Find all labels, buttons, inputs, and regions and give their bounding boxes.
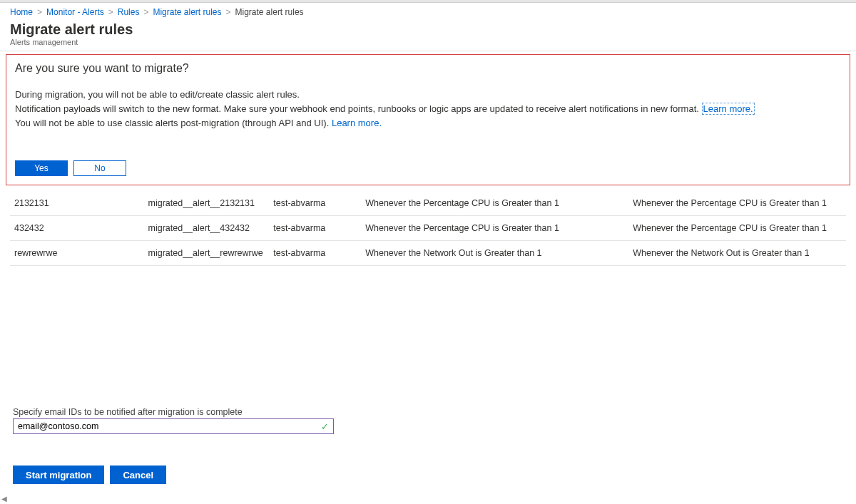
breadcrumb-home[interactable]: Home — [10, 7, 33, 17]
confirm-dialog: Are you sure you want to migrate? During… — [6, 54, 850, 185]
cell-classic-name: 2132131 — [10, 191, 144, 216]
cell-resource: test-abvarma — [269, 191, 361, 216]
confirm-line2: Notification payloads will switch to the… — [15, 103, 702, 114]
cell-condition-1: Whenever the Percentage CPU is Greater t… — [361, 216, 628, 241]
cell-resource: test-abvarma — [269, 241, 361, 266]
cell-classic-name: rewrewrwe — [10, 241, 144, 266]
confirm-buttons: Yes No — [15, 160, 841, 176]
cell-classic-name: 432432 — [10, 216, 144, 241]
no-button[interactable]: No — [73, 160, 126, 176]
scroll-left-icon[interactable]: ◀ — [1, 495, 7, 503]
cell-migrated-name: migrated__alert__432432 — [144, 216, 270, 241]
learn-more-link-2[interactable]: Learn more. — [332, 118, 382, 128]
confirm-line1: During migration, you will not be able t… — [15, 89, 300, 100]
divider — [0, 51, 856, 51]
rules-table: 2132131 migrated__alert__2132131 test-ab… — [10, 191, 846, 266]
table-row[interactable]: 2132131 migrated__alert__2132131 test-ab… — [10, 191, 846, 216]
bottom-area: Specify email IDs to be notified after m… — [13, 407, 843, 484]
breadcrumb-separator: > — [107, 7, 115, 17]
breadcrumb-separator: > — [225, 7, 233, 17]
cell-condition-1: Whenever the Percentage CPU is Greater t… — [361, 191, 628, 216]
confirm-title: Are you sure you want to migrate? — [15, 62, 841, 75]
email-label: Specify email IDs to be notified after m… — [13, 407, 843, 417]
breadcrumb: Home > Monitor - Alerts > Rules > Migrat… — [0, 3, 856, 19]
page-subtitle: Alerts management — [10, 38, 846, 46]
breadcrumb-separator: > — [36, 7, 44, 17]
cell-migrated-name: migrated__alert__2132131 — [144, 191, 270, 216]
breadcrumb-monitor-alerts[interactable]: Monitor - Alerts — [46, 7, 104, 17]
breadcrumb-migrate-alert-rules-link[interactable]: Migrate alert rules — [153, 7, 221, 17]
breadcrumb-rules[interactable]: Rules — [118, 7, 140, 17]
table-row[interactable]: 432432 migrated__alert__432432 test-abva… — [10, 216, 846, 241]
cell-resource: test-abvarma — [269, 216, 361, 241]
yes-button[interactable]: Yes — [15, 160, 68, 176]
cell-condition-2: Whenever the Percentage CPU is Greater t… — [628, 191, 846, 216]
cell-migrated-name: migrated__alert__rewrewrwe — [144, 241, 270, 266]
page-title: Migrate alert rules — [10, 21, 846, 38]
table-row[interactable]: rewrewrwe migrated__alert__rewrewrwe tes… — [10, 241, 846, 266]
cancel-button[interactable]: Cancel — [110, 466, 166, 484]
footer-buttons: Start migration Cancel — [13, 466, 843, 484]
cell-condition-2: Whenever the Network Out is Greater than… — [628, 241, 846, 266]
learn-more-link-1[interactable]: Learn more. — [702, 103, 755, 115]
cell-condition-2: Whenever the Percentage CPU is Greater t… — [628, 216, 846, 241]
start-migration-button[interactable]: Start migration — [13, 466, 104, 484]
email-input[interactable] — [14, 419, 317, 433]
check-icon: ✓ — [317, 421, 333, 432]
confirm-line3: You will not be able to use classic aler… — [15, 118, 332, 128]
confirm-body: During migration, you will not be able t… — [15, 88, 841, 130]
email-field-wrapper: ✓ — [13, 418, 334, 434]
breadcrumb-current: Migrate alert rules — [235, 7, 304, 17]
cell-condition-1: Whenever the Network Out is Greater than… — [361, 241, 628, 266]
page-heading: Migrate alert rules Alerts management — [0, 19, 856, 46]
breadcrumb-separator: > — [142, 7, 150, 17]
